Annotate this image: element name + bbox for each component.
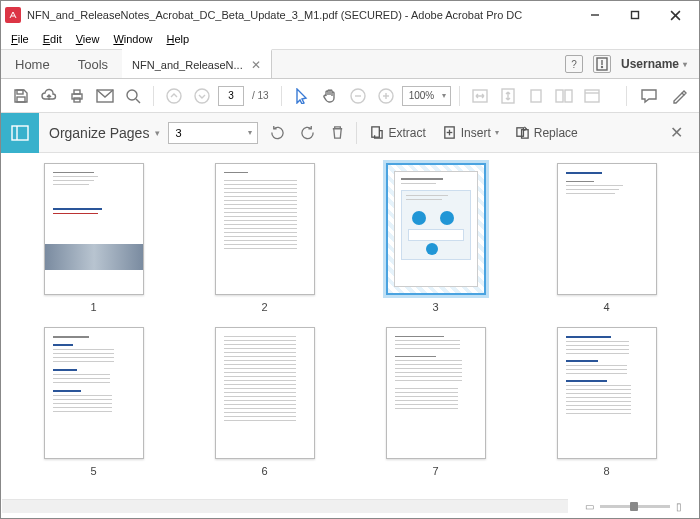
insert-menu[interactable]: Insert ▾: [438, 125, 503, 140]
menu-file[interactable]: File: [5, 31, 35, 47]
organize-pages-menu[interactable]: Organize Pages: [49, 125, 160, 141]
thumbnail-number: 8: [603, 465, 609, 477]
svg-rect-25: [556, 90, 563, 102]
svg-point-13: [127, 90, 137, 100]
svg-point-15: [167, 89, 181, 103]
zoom-select[interactable]: 100%: [402, 86, 452, 106]
page-thumbnail[interactable]: 5: [22, 327, 165, 477]
delete-button[interactable]: [326, 122, 348, 144]
window-title: NFN_and_ReleaseNotes_Acrobat_DC_Beta_Upd…: [27, 9, 575, 21]
zoom-in-button[interactable]: [374, 84, 398, 108]
svg-point-6: [601, 67, 602, 68]
tab-bar: Home Tools NFN_and_ReleaseN... ✕ ? Usern…: [1, 49, 699, 79]
page-thumbnail[interactable]: 7: [364, 327, 507, 477]
view-mode-2[interactable]: [552, 84, 576, 108]
zoom-slider[interactable]: [600, 505, 670, 508]
fit-width-button[interactable]: [468, 84, 492, 108]
svg-rect-24: [531, 90, 541, 102]
svg-rect-31: [372, 127, 380, 137]
zoom-out-button[interactable]: [346, 84, 370, 108]
zoom-in-icon[interactable]: ▯: [676, 501, 682, 512]
comment-button[interactable]: [637, 84, 661, 108]
save-button[interactable]: [9, 84, 33, 108]
menu-edit[interactable]: Edit: [37, 31, 68, 47]
menu-help[interactable]: Help: [161, 31, 196, 47]
page-total-label: / 13: [248, 90, 273, 101]
thumbnail-number: 6: [261, 465, 267, 477]
svg-rect-1: [632, 12, 639, 19]
menu-bar: File Edit View Window Help: [1, 29, 699, 49]
page-thumbnail[interactable]: 8: [535, 327, 678, 477]
maximize-button[interactable]: [615, 2, 655, 28]
svg-point-16: [195, 89, 209, 103]
thumbnail-number: 2: [261, 301, 267, 313]
organize-toolbar: Organize Pages 3 Extract Insert ▾ Replac…: [39, 113, 699, 153]
thumbnail-grid: 12345678: [2, 153, 698, 494]
fit-page-button[interactable]: [496, 84, 520, 108]
svg-rect-27: [585, 90, 599, 102]
view-mode-1[interactable]: [524, 84, 548, 108]
svg-rect-10: [74, 90, 80, 94]
svg-rect-29: [12, 126, 28, 140]
replace-button[interactable]: Replace: [511, 125, 582, 140]
page-thumbnail[interactable]: 6: [193, 327, 336, 477]
title-bar: NFN_and_ReleaseNotes_Acrobat_DC_Beta_Upd…: [1, 1, 699, 29]
tab-tools[interactable]: Tools: [64, 50, 122, 78]
svg-rect-26: [565, 90, 572, 102]
page-number-input[interactable]: [218, 86, 244, 106]
print-button[interactable]: [65, 84, 89, 108]
notifications-icon[interactable]: [593, 55, 611, 73]
rotate-cw-button[interactable]: [296, 122, 318, 144]
zoom-out-icon[interactable]: ▭: [585, 501, 594, 512]
footer-bar: ▭ ▯: [2, 495, 698, 517]
prev-page-button[interactable]: [162, 84, 186, 108]
tab-document[interactable]: NFN_and_ReleaseN... ✕: [122, 49, 272, 78]
next-page-button[interactable]: [190, 84, 214, 108]
highlight-button[interactable]: [667, 84, 691, 108]
tab-close-icon[interactable]: ✕: [251, 58, 261, 72]
cloud-button[interactable]: [37, 84, 61, 108]
search-button[interactable]: [121, 84, 145, 108]
minimize-button[interactable]: [575, 2, 615, 28]
svg-rect-8: [17, 97, 25, 102]
view-mode-3[interactable]: [580, 84, 604, 108]
page-thumbnail[interactable]: 2: [193, 163, 336, 313]
thumbnail-number: 4: [603, 301, 609, 313]
svg-rect-7: [17, 90, 23, 94]
email-button[interactable]: [93, 84, 117, 108]
close-organize-button[interactable]: ✕: [664, 123, 689, 142]
sidebar-panel-toggle[interactable]: [1, 113, 39, 153]
tab-document-label: NFN_and_ReleaseN...: [132, 59, 243, 71]
horizontal-scrollbar[interactable]: [2, 499, 568, 513]
page-thumbnail[interactable]: 1: [22, 163, 165, 313]
thumbnail-number: 7: [432, 465, 438, 477]
extract-button[interactable]: Extract: [365, 125, 429, 140]
close-button[interactable]: [655, 2, 695, 28]
menu-window[interactable]: Window: [107, 31, 158, 47]
help-icon[interactable]: ?: [565, 55, 583, 73]
main-toolbar: / 13 100%: [1, 79, 699, 113]
svg-rect-11: [74, 98, 80, 102]
rotate-ccw-button[interactable]: [266, 122, 288, 144]
thumbnail-number: 1: [90, 301, 96, 313]
hand-tool[interactable]: [318, 84, 342, 108]
page-thumbnail[interactable]: 4: [535, 163, 678, 313]
tab-home[interactable]: Home: [1, 50, 64, 78]
svg-line-14: [136, 99, 140, 103]
page-thumbnail[interactable]: 3: [364, 163, 507, 313]
thumbnail-number: 3: [432, 301, 438, 313]
account-menu[interactable]: Username ▾: [621, 57, 687, 71]
menu-view[interactable]: View: [70, 31, 106, 47]
pointer-tool[interactable]: [290, 84, 314, 108]
page-range-select[interactable]: 3: [168, 122, 258, 144]
thumbnail-number: 5: [90, 465, 96, 477]
app-icon: [5, 7, 21, 23]
